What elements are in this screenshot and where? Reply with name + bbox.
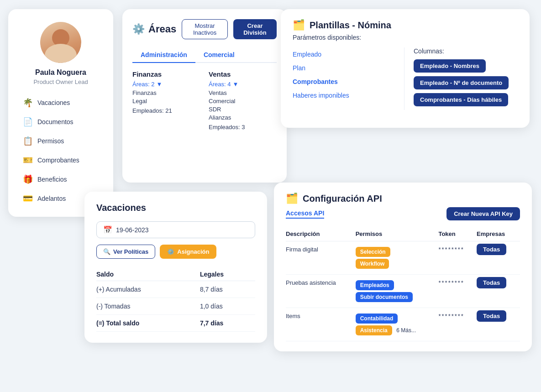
api-header: 🗂️ Configuración API [286, 193, 520, 204]
table-row: Firma digital Selección Workflow *******… [286, 241, 520, 275]
areas-card: ⚙️ Áreas Mostrar Inactivos Crear Divisió… [122, 9, 287, 183]
api-row-firma-desc: Firma digital [286, 241, 356, 275]
api-row-firma-empresa: Todas [477, 241, 520, 275]
menu-item-documentos[interactable]: 📄 Documentos [17, 113, 104, 131]
profile-menu: 🌴 Vacaciones 📄 Documentos 📋 Permisos 🎫 C… [17, 94, 104, 208]
areas-content: Finanzas Áreas: 2 ▼ Finanzas Legal Emple… [132, 70, 277, 131]
vac-row-acumuladas-value: 8,7 días [200, 281, 255, 298]
vac-buttons: 🔍 Ver Políticas ⚙️ Asignación [96, 245, 255, 259]
tab-comercial[interactable]: Comercial [195, 47, 243, 63]
table-row: Items Contabilidad Asistencia 6 Más... *… [286, 308, 520, 341]
vac-col-saldo: Saldo [96, 268, 200, 281]
badge-seleccion: Selección [356, 247, 390, 257]
date-input[interactable]: 📅 19-06-2023 [96, 221, 255, 238]
gear-icon: ⚙️ [167, 248, 174, 255]
menu-label-documentos: Documentos [37, 118, 74, 125]
menu-label-vacaciones: Vacaciones [37, 99, 70, 106]
api-table: Descripción Permisos Token Empresas Firm… [286, 228, 520, 341]
api-row-items-permisos: Contabilidad Asistencia 6 Más... [356, 308, 439, 341]
columns-label: Columnas: [414, 47, 518, 55]
areas-tabs: Administración Comercial [132, 47, 277, 63]
ticket-icon: 🎫 [23, 155, 33, 165]
vacaciones-card: Vacaciones 📅 19-06-2023 🔍 Ver Políticas … [84, 192, 267, 343]
col-badge-comprobantes-dias[interactable]: Comprobantes - Días hábiles [414, 93, 508, 106]
date-value: 19-06-2023 [116, 226, 149, 234]
document-icon: 📄 [23, 117, 33, 127]
columns-section: Columnas: Empleado - Nombres Empleado - … [404, 47, 518, 110]
badge-empleados: Empleados [356, 280, 394, 290]
vac-table: Saldo Legales (+) Acumuladas 8,7 días (-… [96, 268, 255, 332]
param-plan[interactable]: Plan [293, 61, 397, 75]
area-subareas-finanzas[interactable]: Áreas: 2 ▼ [132, 81, 200, 88]
vac-row-total-label: (=) Total saldo [96, 315, 200, 332]
api-col-descripcion: Descripción [286, 228, 356, 241]
calendar-icon: 📅 [103, 225, 112, 234]
menu-label-adelantos: Adelantos [37, 195, 66, 202]
clipboard-icon: 📋 [23, 136, 33, 146]
param-list: Empleado Plan Comprobantes Haberes impon… [293, 47, 404, 110]
areas-header: ⚙️ Áreas Mostrar Inactivos Crear Divisió… [132, 19, 277, 39]
avatar [40, 22, 81, 63]
palm-tree-icon: 🌴 [23, 98, 33, 108]
api-card: 🗂️ Configuración API Accesos API Crear N… [274, 183, 532, 351]
param-empleado[interactable]: Empleado [293, 47, 397, 61]
plantillas-card: 🗂️ Plantillas - Nómina Parámetros dispon… [281, 9, 530, 128]
area-subareas-ventas[interactable]: Áreas: 4 ▼ [209, 81, 277, 88]
area-col-title-ventas: Ventas [209, 70, 277, 78]
more-link[interactable]: 6 Más... [396, 327, 416, 334]
area-col-title-finanzas: Finanzas [132, 70, 200, 78]
api-layers-icon: 🗂️ [286, 193, 298, 204]
badge-contabilidad: Contabilidad [356, 314, 398, 324]
col-badge-empleado-nombres[interactable]: Empleado - Nombres [414, 59, 486, 73]
profile-card: Paula Noguera Product Owner Lead 🌴 Vacac… [8, 9, 113, 217]
menu-item-vacaciones[interactable]: 🌴 Vacaciones [17, 94, 104, 112]
area-item-sdr: SDR [209, 106, 277, 113]
menu-label-comprobantes: Comprobantes [37, 157, 79, 164]
area-employees-finanzas: Empleados: 21 [132, 107, 200, 114]
table-row: (=) Total saldo 7,7 días [96, 315, 255, 332]
menu-item-comprobantes[interactable]: 🎫 Comprobantes [17, 151, 104, 169]
api-row-items-token: ******** [438, 308, 477, 341]
api-row-pruebas-desc: Pruebas asistencia [286, 275, 356, 308]
api-col-empresas: Empresas [477, 228, 520, 241]
card-icon: 💳 [23, 193, 33, 204]
area-item-ventas: Ventas [209, 89, 277, 96]
create-api-key-button[interactable]: Crear Nueva API Key [446, 207, 520, 220]
badge-asistencia: Asistencia [356, 325, 392, 335]
search-list-icon: 🔍 [103, 248, 110, 255]
api-col-permisos: Permisos [356, 228, 439, 241]
plantillas-body: Empleado Plan Comprobantes Haberes impon… [293, 47, 518, 110]
api-row-firma-permisos: Selección Workflow [356, 241, 439, 275]
table-row: Pruebas asistencia Empleados Subir docum… [286, 275, 520, 308]
layers-icon: 🗂️ [293, 19, 305, 31]
vac-col-legales: Legales [200, 268, 255, 281]
plantillas-header: 🗂️ Plantillas - Nómina [293, 19, 518, 31]
area-col-finanzas: Finanzas Áreas: 2 ▼ Finanzas Legal Emple… [132, 70, 200, 131]
show-inactive-button[interactable]: Mostrar Inactivos [182, 19, 228, 39]
ver-politicas-button[interactable]: 🔍 Ver Políticas [96, 245, 155, 259]
chevron-down-icon: ▼ [156, 81, 162, 88]
api-row-pruebas-permisos: Empleados Subir documentos [356, 275, 439, 308]
vac-row-total-value: 7,7 días [200, 315, 255, 332]
api-row-firma-token: ******** [438, 241, 477, 275]
api-row-pruebas-token: ******** [438, 275, 477, 308]
menu-label-permisos: Permisos [37, 137, 64, 145]
param-comprobantes[interactable]: Comprobantes [293, 75, 397, 89]
api-accesos-tab[interactable]: Accesos API [286, 209, 324, 219]
api-row-items-empresa: Todas [477, 308, 520, 341]
area-employees-ventas: Empleados: 3 [209, 124, 277, 131]
col-badge-empleado-documento[interactable]: Empleado - Nº de documento [414, 76, 509, 89]
menu-item-permisos[interactable]: 📋 Permisos [17, 132, 104, 150]
create-division-button[interactable]: Crear División [233, 19, 277, 39]
api-row-pruebas-empresa: Todas [477, 275, 520, 308]
menu-label-beneficios: Beneficios [37, 176, 67, 183]
chevron-down-icon-ventas: ▼ [232, 81, 238, 88]
badge-subir-docs: Subir documentos [356, 292, 413, 302]
area-item-legal: Legal [132, 98, 200, 105]
org-icon: ⚙️ [132, 23, 145, 35]
asignacion-button[interactable]: ⚙️ Asignación [160, 245, 216, 259]
menu-item-beneficios[interactable]: 🎁 Beneficios [17, 170, 104, 188]
param-haberes[interactable]: Haberes imponibles [293, 89, 397, 102]
tab-administracion[interactable]: Administración [132, 47, 195, 63]
profile-role: Product Owner Lead [33, 78, 88, 85]
